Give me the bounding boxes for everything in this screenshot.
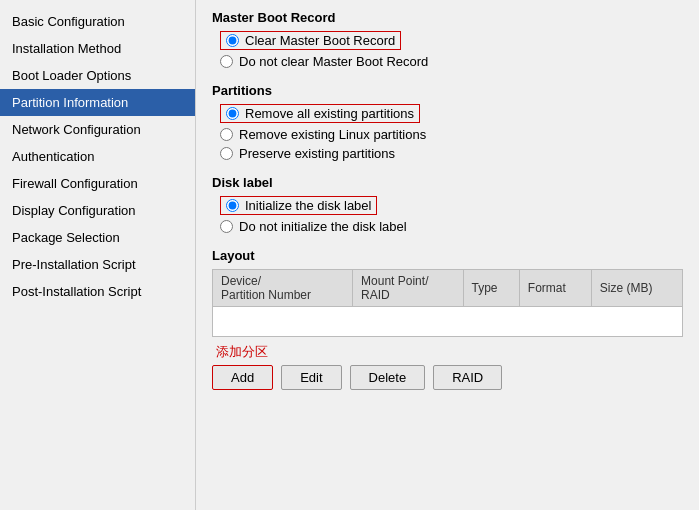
sidebar-item-authentication[interactable]: Authentication	[0, 143, 195, 170]
disklabel-section-title: Disk label	[212, 175, 683, 190]
sidebar-item-firewall-configuration[interactable]: Firewall Configuration	[0, 170, 195, 197]
partitions-radio-3[interactable]	[220, 147, 233, 160]
sidebar-item-pre-installation-script[interactable]: Pre-Installation Script	[0, 251, 195, 278]
col-device: Device/Partition Number	[213, 270, 353, 307]
col-mountpoint: Mount Point/RAID	[353, 270, 463, 307]
partitions-option2-label: Remove existing Linux partitions	[239, 127, 426, 142]
partitions-radio-group: Remove all existing partitions Remove ex…	[220, 104, 683, 161]
partitions-option1-label: Remove all existing partitions	[245, 106, 414, 121]
layout-table: Device/Partition Number Mount Point/RAID…	[212, 269, 683, 337]
mbr-option1-row: Clear Master Boot Record	[220, 31, 683, 50]
disklabel-radio-group: Initialize the disk label Do not initial…	[220, 196, 683, 234]
main-content: Master Boot Record Clear Master Boot Rec…	[196, 0, 699, 510]
mbr-option1-label: Clear Master Boot Record	[245, 33, 395, 48]
disklabel-section: Disk label Initialize the disk label Do …	[212, 175, 683, 234]
layout-section-title: Layout	[212, 248, 683, 263]
table-row-empty	[213, 307, 683, 337]
sidebar-item-display-configuration[interactable]: Display Configuration	[0, 197, 195, 224]
disklabel-option1-label: Initialize the disk label	[245, 198, 371, 213]
disklabel-radio-1[interactable]	[226, 199, 239, 212]
col-format: Format	[519, 270, 591, 307]
sidebar-item-partition-information[interactable]: Partition Information	[0, 89, 195, 116]
disklabel-option2-label: Do not initialize the disk label	[239, 219, 407, 234]
mbr-radio-group: Clear Master Boot Record Do not clear Ma…	[220, 31, 683, 69]
mbr-section-title: Master Boot Record	[212, 10, 683, 25]
col-type: Type	[463, 270, 519, 307]
sidebar-item-boot-loader-options[interactable]: Boot Loader Options	[0, 62, 195, 89]
partitions-option3-label: Preserve existing partitions	[239, 146, 395, 161]
sidebar-item-installation-method[interactable]: Installation Method	[0, 35, 195, 62]
sidebar-item-package-selection[interactable]: Package Selection	[0, 224, 195, 251]
disklabel-radio-2[interactable]	[220, 220, 233, 233]
sidebar: Basic Configuration Installation Method …	[0, 0, 196, 510]
partitions-section-title: Partitions	[212, 83, 683, 98]
mbr-option1-boxed: Clear Master Boot Record	[220, 31, 401, 50]
sidebar-item-post-installation-script[interactable]: Post-Installation Script	[0, 278, 195, 305]
mbr-section: Master Boot Record Clear Master Boot Rec…	[212, 10, 683, 69]
partitions-option1-boxed: Remove all existing partitions	[220, 104, 420, 123]
layout-section: Layout Device/Partition Number Mount Poi…	[212, 248, 683, 390]
sidebar-item-basic-configuration[interactable]: Basic Configuration	[0, 8, 195, 35]
disklabel-option1-boxed: Initialize the disk label	[220, 196, 377, 215]
partitions-option3-row: Preserve existing partitions	[220, 146, 683, 161]
col-size: Size (MB)	[591, 270, 682, 307]
mbr-option2-row: Do not clear Master Boot Record	[220, 54, 683, 69]
mbr-radio-2[interactable]	[220, 55, 233, 68]
partitions-option2-row: Remove existing Linux partitions	[220, 127, 683, 142]
disklabel-option1-row: Initialize the disk label	[220, 196, 683, 215]
edit-button[interactable]: Edit	[281, 365, 341, 390]
sidebar-item-network-configuration[interactable]: Network Configuration	[0, 116, 195, 143]
mbr-radio-1[interactable]	[226, 34, 239, 47]
disklabel-option2-row: Do not initialize the disk label	[220, 219, 683, 234]
mbr-option2-label: Do not clear Master Boot Record	[239, 54, 428, 69]
button-row: Add Edit Delete RAID	[212, 365, 683, 390]
partitions-radio-1[interactable]	[226, 107, 239, 120]
partitions-option1-row: Remove all existing partitions	[220, 104, 683, 123]
add-partition-label: 添加分区	[216, 343, 683, 361]
raid-button[interactable]: RAID	[433, 365, 502, 390]
partitions-radio-2[interactable]	[220, 128, 233, 141]
partitions-section: Partitions Remove all existing partition…	[212, 83, 683, 161]
add-button[interactable]: Add	[212, 365, 273, 390]
delete-button[interactable]: Delete	[350, 365, 426, 390]
